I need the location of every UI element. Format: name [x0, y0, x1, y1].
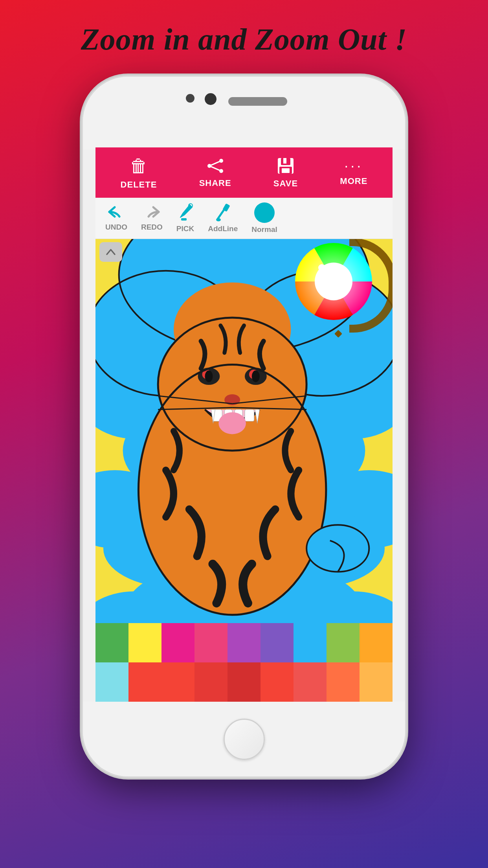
- normal-tool[interactable]: Normal: [251, 202, 277, 234]
- phone-bottom: [83, 702, 405, 776]
- swatch-pink1[interactable]: [161, 623, 194, 662]
- more-icon: ···: [344, 159, 363, 173]
- screen-content: 🗑 DELETE SHARE: [95, 147, 393, 702]
- golden-arc: [349, 239, 393, 333]
- swatch-light-green[interactable]: [327, 623, 360, 662]
- phone-frame: 🗑 DELETE SHARE: [83, 77, 405, 776]
- swatch-red2[interactable]: [194, 662, 227, 702]
- normal-label: Normal: [251, 225, 277, 234]
- swatch-red3[interactable]: [227, 662, 261, 702]
- undo-tool[interactable]: UNDO: [105, 205, 127, 232]
- color-wheel-container[interactable]: [294, 242, 389, 338]
- swatch-purple1[interactable]: [227, 623, 261, 662]
- svg-rect-7: [283, 158, 286, 164]
- swatch-red1[interactable]: [128, 662, 194, 702]
- camera-dot: [186, 94, 194, 103]
- swatch-red5[interactable]: [294, 662, 327, 702]
- swatch-light-blue[interactable]: [294, 623, 327, 662]
- swatch-amber[interactable]: [360, 662, 393, 702]
- phone-screen: 🗑 DELETE SHARE: [95, 147, 393, 702]
- undo-label: UNDO: [105, 223, 127, 232]
- svg-line-4: [209, 166, 221, 171]
- color-palette: [95, 623, 393, 702]
- arc-pointer: [334, 330, 342, 338]
- swatch-yellow[interactable]: [128, 623, 161, 662]
- home-button[interactable]: [224, 719, 265, 760]
- canvas-wrapper: [95, 239, 393, 623]
- swatch-pink2[interactable]: [194, 623, 227, 662]
- svg-rect-9: [282, 168, 290, 173]
- swatch-orange[interactable]: [360, 623, 393, 662]
- headline: Zoom in and Zoom Out !: [0, 22, 488, 57]
- save-label: SAVE: [273, 178, 298, 189]
- save-icon: [276, 156, 295, 175]
- more-button[interactable]: ··· MORE: [340, 159, 367, 186]
- tools-row: UNDO REDO PICK: [95, 198, 393, 239]
- phone-top: [83, 77, 405, 149]
- chevron-up-icon: [105, 248, 116, 256]
- svg-point-13: [216, 218, 221, 221]
- svg-point-45: [252, 370, 260, 382]
- svg-point-53: [218, 412, 246, 434]
- addline-tool[interactable]: AddLine: [208, 203, 238, 233]
- redo-icon: [142, 205, 161, 221]
- speaker-grille: [228, 97, 287, 106]
- svg-rect-50: [245, 410, 254, 421]
- pick-icon: [177, 203, 194, 222]
- pick-label: PICK: [176, 224, 194, 233]
- svg-point-17: [319, 265, 325, 271]
- delete-button[interactable]: 🗑 DELETE: [121, 155, 157, 190]
- addline-label: AddLine: [208, 224, 238, 233]
- undo-icon: [107, 205, 126, 221]
- addline-icon: [215, 203, 231, 222]
- front-camera-icon: [205, 93, 216, 105]
- svg-rect-11: [181, 218, 187, 221]
- collapse-button[interactable]: [99, 242, 122, 262]
- swatch-green[interactable]: [95, 623, 128, 662]
- swatch-purple2[interactable]: [261, 623, 294, 662]
- share-icon: [206, 157, 224, 175]
- redo-label: REDO: [141, 223, 163, 232]
- palette-row-2: [95, 662, 393, 702]
- svg-point-44: [205, 370, 213, 382]
- headline-text: Zoom in and Zoom Out !: [81, 22, 407, 56]
- redo-tool[interactable]: REDO: [141, 205, 163, 232]
- share-button[interactable]: SHARE: [199, 157, 231, 188]
- svg-line-3: [209, 161, 221, 166]
- swatch-cyan[interactable]: [95, 662, 128, 702]
- app-toolbar: 🗑 DELETE SHARE: [95, 147, 393, 198]
- share-label: SHARE: [199, 178, 231, 188]
- delete-label: DELETE: [121, 180, 157, 190]
- normal-circle: [254, 202, 275, 223]
- swatch-deep-orange[interactable]: [327, 662, 360, 702]
- more-label: MORE: [340, 176, 367, 186]
- delete-icon: 🗑: [130, 155, 148, 177]
- save-button[interactable]: SAVE: [273, 156, 298, 189]
- palette-row-1: [95, 623, 393, 662]
- pick-tool[interactable]: PICK: [176, 203, 194, 233]
- swatch-red4[interactable]: [261, 662, 294, 702]
